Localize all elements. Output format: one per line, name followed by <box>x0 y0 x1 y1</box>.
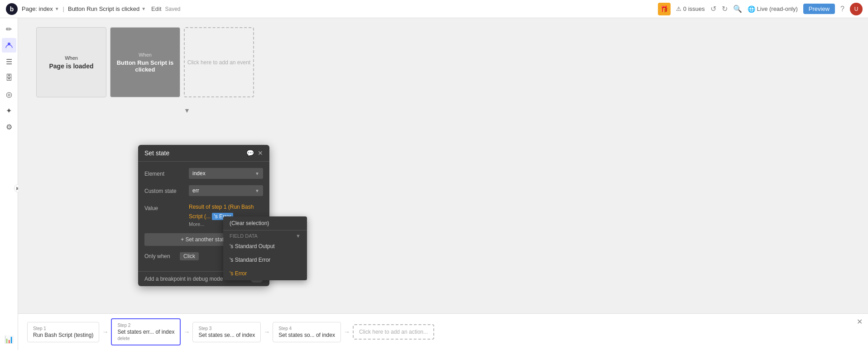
step-arrow-4: → <box>344 328 350 336</box>
dropdown-section-header: FIELD DATA ▼ <box>223 230 307 240</box>
step-2[interactable]: Step 2 Set states err... of index delete <box>111 318 181 345</box>
search-button[interactable]: 🔍 <box>733 5 742 13</box>
topbar-right: 🎁 ⚠ 0 issues ↺ ↻ 🔍 🌐 Live (read-only) Pr… <box>658 3 863 15</box>
steps-close-button[interactable]: ✕ <box>857 317 863 326</box>
steps-row: Step 1 Run Bash Script (testing) → Step … <box>18 314 868 350</box>
modal-comment-icon[interactable]: 💬 <box>246 149 254 157</box>
event-page-loaded[interactable]: When Page is loaded <box>36 27 106 97</box>
sidebar-item-pencil[interactable]: ✏ <box>2 22 16 36</box>
svg-text:b: b <box>10 5 14 13</box>
step-3[interactable]: Step 3 Set states se... of index <box>192 322 261 342</box>
dropdown-item-standard-error[interactable]: 's Standard Error <box>223 253 307 267</box>
left-sidebar: ✏ ☰ 🗄 ◎ ✦ ⚙ 📊 ▶ <box>0 18 18 350</box>
step-arrow-1: → <box>102 328 108 336</box>
click-tag[interactable]: Click <box>180 252 199 260</box>
topbar: b Page: index ▼ | Button Run Script is c… <box>0 0 868 18</box>
page-chevron-icon: ▼ <box>55 6 59 11</box>
step-add[interactable]: Click here to add an action... <box>353 324 434 340</box>
gift-icon[interactable]: 🎁 <box>658 3 671 15</box>
redo-button[interactable]: ↻ <box>722 5 728 13</box>
main-canvas: When Page is loaded When Button Run Scri… <box>18 18 868 350</box>
step-1[interactable]: Step 1 Run Bash Script (testing) <box>27 322 99 342</box>
dropdown-clear[interactable]: (Clear selection) <box>223 216 307 230</box>
steps-container: Step 1 Run Bash Script (testing) → Step … <box>18 313 868 350</box>
sidebar-item-pointer[interactable]: ✦ <box>2 103 16 118</box>
workflow-selector[interactable]: Button Run Script is clicked ▼ <box>68 5 146 12</box>
sidebar-item-chart[interactable]: 📊 <box>2 332 16 346</box>
live-indicator: 🌐 Live (read-only) <box>748 5 798 13</box>
sidebar-item-database[interactable]: 🗄 <box>2 71 16 85</box>
avatar[interactable]: U <box>850 3 863 15</box>
sidebar-item-location[interactable]: ◎ <box>2 87 16 101</box>
warning-icon: ⚠ <box>676 5 681 12</box>
field-data-dropdown: (Clear selection) FIELD DATA ▼ 's Standa… <box>223 216 307 280</box>
modal-element-row: Element index ▼ <box>144 168 263 179</box>
saved-label: Saved <box>165 6 181 12</box>
help-button[interactable]: ? <box>840 5 844 13</box>
sidebar-item-settings[interactable]: ⚙ <box>2 120 16 134</box>
preview-button[interactable]: Preview <box>803 4 835 14</box>
globe-icon: 🌐 <box>748 5 755 13</box>
event-add[interactable]: Click here to add an event <box>184 27 254 97</box>
modal-header: Set state 💬 ✕ <box>138 145 269 162</box>
event-arrow-down: ▼ <box>180 107 194 114</box>
dropdown-item-error[interactable]: 's Error <box>223 267 307 280</box>
undo-button[interactable]: ↺ <box>710 5 716 13</box>
issues-indicator[interactable]: ⚠ 0 issues <box>676 5 705 12</box>
event-button-clicked[interactable]: When Button Run Script is clicked <box>110 27 180 97</box>
step-4[interactable]: Step 4 Set states so... of index <box>273 322 341 342</box>
custom-state-select[interactable]: err ▼ <box>189 185 263 196</box>
workflow-chevron-icon: ▼ <box>141 6 146 11</box>
sidebar-item-users[interactable] <box>2 38 16 53</box>
page-label[interactable]: Page: index ▼ <box>22 5 59 12</box>
dropdown-item-standard-output[interactable]: 's Standard Output <box>223 240 307 253</box>
dropdown-section-arrow: ▼ <box>296 233 301 239</box>
events-row: When Page is loaded When Button Run Scri… <box>18 18 868 97</box>
logo: b <box>5 3 18 15</box>
modal-title: Set state <box>144 149 169 157</box>
step-arrow-2: → <box>183 328 190 336</box>
custom-state-arrow: ▼ <box>255 188 259 193</box>
modal-custom-state-row: Custom state err ▼ <box>144 185 263 196</box>
modal-close-icon[interactable]: ✕ <box>258 149 263 157</box>
element-select-arrow: ▼ <box>255 171 259 176</box>
sidebar-item-list[interactable]: ☰ <box>2 54 16 69</box>
step-arrow-3: → <box>264 328 270 336</box>
edit-label: Edit <box>151 5 161 12</box>
step-delete-link[interactable]: delete <box>117 336 174 341</box>
element-select[interactable]: index ▼ <box>189 168 263 179</box>
